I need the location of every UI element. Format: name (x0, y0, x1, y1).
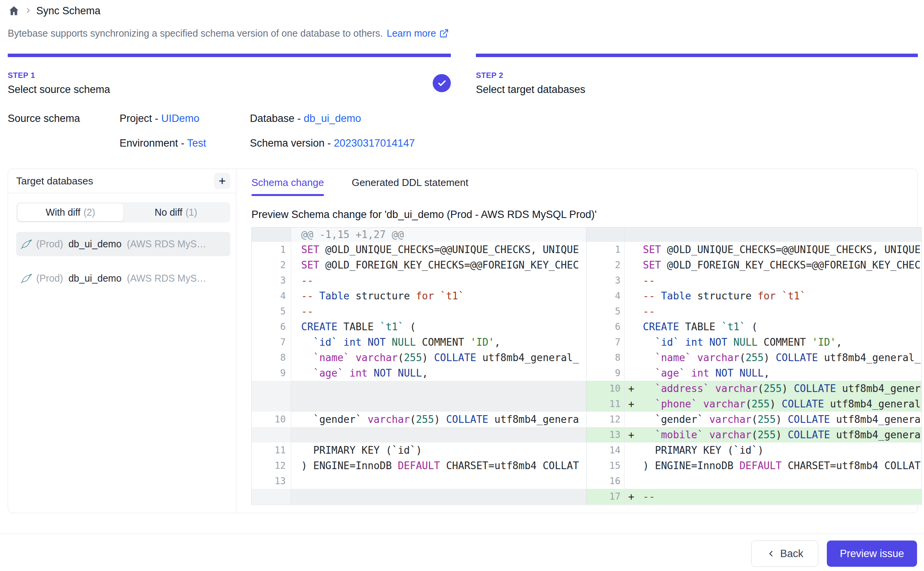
code-line: SET @OLD_FOREIGN_KEY_CHECKS=@@FOREIGN_KE… (291, 257, 586, 273)
description-text: Bytebase supports synchronizing a specif… (8, 28, 383, 39)
breadcrumb: › Sync Schema (8, 5, 101, 17)
diff-pane-target: 1SET @OLD_UNIQUE_CHECKS=@@UNIQUE_CHECKS,… (587, 228, 921, 505)
diff-code-row: 1SET @OLD_UNIQUE_CHECKS=@@UNIQUE_CHECKS,… (252, 242, 586, 257)
code-token (643, 352, 655, 363)
code-token: @OLD_FOREIGN_KEY_CHECKS=@@FOREIGN_KEY_CH… (319, 259, 579, 271)
line-number: 5 (252, 304, 291, 319)
code-token: NULL (733, 336, 758, 348)
code-token (643, 398, 655, 410)
tab-generated-ddl-statement[interactable]: Generated DDL statement (352, 169, 469, 196)
diff-added-row: 10+ `address` varchar(255) COLLATE utf8m… (587, 381, 921, 396)
db-environment: (Prod) (36, 238, 63, 250)
code-token: utf8mb4_general_ (476, 352, 579, 363)
code-token: utf8mb4_general (824, 398, 921, 410)
code-token (776, 290, 782, 302)
field-name: Environment (120, 137, 181, 149)
code-token: SET (643, 244, 661, 255)
code-token (362, 336, 368, 348)
code-token (697, 398, 703, 410)
code-token: COLLATE (434, 352, 476, 363)
field-value-link[interactable]: db_ui_demo (304, 113, 361, 124)
field-value-link[interactable]: 20230317014147 (334, 137, 415, 149)
code-token: CHARSET=utf8mb4 COLLAT (782, 460, 921, 471)
target-database-item[interactable]: (Prod)db_ui_demo(AWS RDS MyS… (16, 266, 230, 291)
code-line: -- (291, 304, 586, 319)
code-token (643, 367, 655, 379)
diff-pane-source: @@ -1,15 +1,27 @@1SET @OLD_UNIQUE_CHECKS… (252, 228, 587, 505)
code-token: COLLATE (446, 414, 489, 425)
code-token: ( (404, 321, 416, 333)
toggle-label: No diff (155, 207, 182, 218)
diff-code-row: 4-- Table structure for `t1` (587, 288, 921, 304)
code-token: DEFAULT (398, 460, 440, 471)
code-token: `id` (313, 336, 337, 348)
add-target-database-button[interactable]: + (214, 173, 230, 189)
code-token: , (764, 367, 770, 379)
line-number: 13 (252, 473, 291, 489)
code-token (709, 367, 715, 379)
diff-code-row: 15) ENGINE=InnoDB DEFAULT CHARSET=utf8mb… (587, 458, 921, 473)
toggle-label: With diff (46, 207, 81, 218)
field-value-link[interactable]: Test (187, 137, 206, 149)
code-line: `id` int NOT NULL COMMENT 'ID', (291, 334, 586, 350)
home-icon[interactable] (8, 5, 20, 17)
diff-code-row: 16 (587, 473, 921, 489)
code-token: 'ID' (470, 336, 494, 348)
diff-added-row: 11+ `phone` varchar(255) COLLATE utf8mb4… (587, 396, 921, 412)
diff-code-row: 11 PRIMARY KEY (`id`) (252, 443, 586, 458)
code-token: , (422, 367, 428, 379)
db-name: db_ui_demo (68, 273, 121, 284)
code-token (344, 367, 350, 379)
code-token: int (349, 367, 368, 379)
code-line: `name` varchar(255) COLLATE utf8mb4_gene… (641, 350, 921, 365)
line-number: 10 (252, 412, 291, 427)
diff-code-row: 13 (252, 473, 586, 489)
page-description: Bytebase supports synchronizing a specif… (8, 28, 449, 39)
diff-marker (625, 334, 641, 350)
diff-code-row: 7 `id` int NOT NULL COMMENT 'ID', (252, 334, 586, 350)
code-token (643, 336, 655, 348)
tab-schema-change[interactable]: Schema change (251, 169, 324, 196)
target-database-item[interactable]: (Prod)db_ui_demo(AWS RDS MyS… (16, 232, 230, 256)
code-token: `t1` (380, 321, 404, 333)
code-token (643, 429, 655, 441)
diff-marker (625, 473, 641, 489)
code-token: CHARSET=utf8mb4 COLLAT (440, 460, 579, 471)
diff-code-row: 5-- (587, 304, 921, 319)
code-token: varchar (709, 414, 752, 425)
diff-marker (625, 443, 641, 458)
line-number: 17 (587, 489, 625, 504)
diff-marker: + (625, 396, 641, 412)
code-token: COLLATE (794, 383, 836, 394)
code-line: -- (291, 273, 586, 288)
diff-code-row: 12 `gender` varchar(255) COLLATE utf8mb4… (587, 412, 921, 427)
code-line: `mobile` varchar(255) COLLATE utf8mb4_ge… (641, 427, 921, 443)
code-line: -- Table structure for `t1` (641, 288, 921, 304)
diff-marker: + (625, 489, 641, 504)
code-token: 255 (764, 383, 782, 394)
preview-issue-button[interactable]: Preview issue (827, 541, 917, 567)
code-token (434, 290, 440, 302)
code-token: `phone` (655, 398, 697, 410)
code-token: utf8mb4_gener (836, 383, 921, 394)
diff-filter-with-diff[interactable]: With diff(2) (18, 204, 123, 221)
diff-code-row: 2SET @OLD_FOREIGN_KEY_CHECKS=@@FOREIGN_K… (587, 257, 921, 273)
learn-more-link[interactable]: Learn more (387, 28, 449, 39)
code-token (392, 367, 398, 379)
code-token: TABLE (679, 321, 722, 333)
code-token (691, 352, 697, 363)
code-token: -- (301, 290, 319, 302)
code-token: varchar (356, 352, 398, 363)
field-value-link[interactable]: UIDemo (161, 113, 199, 124)
back-button[interactable]: Back (751, 541, 818, 567)
code-line: ) ENGINE=InnoDB DEFAULT CHARSET=utf8mb4 … (641, 458, 921, 473)
line-number: 2 (587, 257, 625, 273)
diff-filter-no-diff[interactable]: No diff(1) (123, 204, 229, 221)
code-token: ( (398, 352, 404, 363)
code-token (301, 367, 313, 379)
code-token: `name` (655, 352, 691, 363)
code-token: 255 (757, 414, 776, 425)
chevron-left-icon (766, 549, 776, 558)
code-token: `t1` (440, 290, 464, 302)
diff-placeholder-row (587, 228, 921, 242)
